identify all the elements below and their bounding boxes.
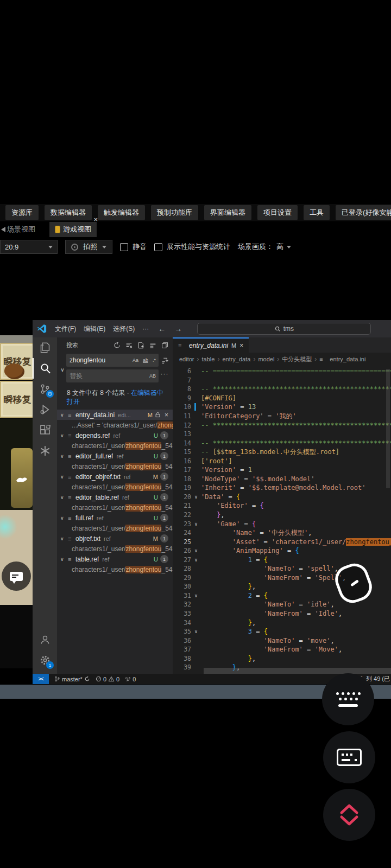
search-match-row[interactable]: characters1/_user/zhongfentou_548... [57, 523, 173, 533]
horizontal-scrollbar[interactable] [204, 668, 391, 674]
menu-button-0[interactable]: 资源库 [5, 205, 39, 220]
replace-input[interactable] [66, 372, 148, 380]
code-line[interactable]: 23∨ 'Game' = { [173, 519, 391, 528]
back-arrow-icon[interactable]: ← [155, 324, 169, 333]
breadcrumb-item[interactable]: model [258, 356, 274, 362]
tab-entry-data-ini[interactable]: ≡ entry_data.ini M × [173, 337, 249, 353]
expand-collapse-button[interactable] [323, 789, 375, 841]
breadcrumb-item[interactable]: table [202, 356, 215, 362]
code-line[interactable]: 36 'NameTo' = 'move', [173, 636, 391, 645]
code-line[interactable]: 19'Inherit' = '$$.template@model.Model.r… [173, 483, 391, 493]
chevron-down-icon[interactable]: ∨ [60, 412, 68, 418]
code-line[interactable]: 16['root'] [173, 456, 391, 465]
refresh-icon[interactable] [113, 342, 121, 349]
code-line[interactable]: 35∨ 3 = { [173, 627, 391, 636]
replace-input-box[interactable]: AB [66, 369, 159, 382]
regex-icon[interactable]: .* [151, 356, 157, 364]
search-match-row[interactable]: characters1/_user/zhongfentou_548... [57, 461, 173, 471]
breadcrumb-item[interactable]: entry_data.ini [330, 356, 365, 362]
code-line[interactable]: 10'Version' = 13 [173, 403, 391, 412]
code-line[interactable]: 17'Version' = 1 [173, 465, 391, 475]
vscode-menu-1[interactable]: 编辑(E) [80, 323, 109, 334]
code-line[interactable]: 14-- ***********************************… [173, 438, 391, 448]
search-match-row[interactable]: characters1/_user/zhongfentou_548... [57, 482, 173, 492]
clear-results-icon[interactable] [125, 342, 133, 349]
code-line[interactable]: 37 'NameFrom' = 'Move', [173, 645, 391, 654]
search-file-row[interactable]: ∨≡depends.refrefU1 [57, 430, 173, 441]
code-line[interactable]: 6-- ====================================… [173, 367, 391, 376]
chevron-down-icon[interactable]: ∨ [60, 433, 68, 438]
ime-toggle-button[interactable] [322, 673, 374, 725]
fold-chevron-icon[interactable]: ∨ [191, 557, 201, 563]
tab-game-view[interactable]: 游戏视图 × [49, 222, 97, 237]
aspect-ratio-select[interactable]: 20:9 [0, 240, 58, 254]
search-file-row[interactable]: ∨≡editor_objref.txtrefM1 [57, 471, 173, 482]
explorer-icon[interactable] [33, 337, 57, 358]
code-line[interactable]: 13 [173, 430, 391, 439]
stats-checkbox[interactable] [154, 243, 162, 251]
chevron-down-icon[interactable]: ∨ [60, 474, 68, 480]
code-line[interactable]: 9[#CONFIG] [173, 394, 391, 403]
chevron-down-icon[interactable]: ∨ [60, 536, 68, 541]
fold-chevron-icon[interactable]: ∨ [191, 521, 201, 527]
code-line[interactable]: 33 'NameFrom' = 'Idle', [173, 609, 391, 618]
vscode-menu-3[interactable]: ··· [138, 323, 153, 334]
ai-assistant-icon[interactable] [33, 441, 57, 461]
close-icon[interactable]: × [239, 342, 243, 349]
close-icon[interactable]: × [165, 411, 168, 419]
chevron-down-icon[interactable]: ∨ [60, 454, 68, 459]
fold-chevron-icon[interactable]: ∨ [191, 593, 201, 598]
remote-indicator[interactable]: >< [33, 674, 49, 684]
breadcrumb-item[interactable]: editor [179, 356, 194, 362]
code-line[interactable]: 25 'Asset' = 'characters1/_user/zhongfen… [173, 537, 391, 546]
chevron-down-icon[interactable]: ∨ [60, 515, 68, 521]
collapse-all-icon[interactable] [149, 342, 156, 349]
preserve-case-icon[interactable]: AB [148, 372, 157, 380]
match-case-icon[interactable]: Aa [131, 356, 140, 364]
keyboard-button[interactable] [323, 731, 375, 783]
search-match-row[interactable]: characters1/_user/zhongfentou_548... [57, 544, 173, 554]
search-match-row[interactable]: characters1/_user/zhongfentou_548... [57, 441, 173, 451]
code-line[interactable]: 24 'Name' = '中分头模型', [173, 528, 391, 538]
breadcrumb-item[interactable]: 中分头模型 [282, 355, 312, 363]
search-match-row[interactable]: characters1/_user/zhongfentou_548... [57, 564, 173, 575]
search-file-row[interactable]: ∨≡editor_table.refrefU1 [57, 492, 173, 502]
whole-word-icon[interactable]: ab [141, 356, 150, 364]
more-actions-icon[interactable]: ··· [161, 370, 169, 378]
search-input[interactable] [66, 356, 131, 364]
lock-icon[interactable] [155, 412, 161, 418]
code-line[interactable]: 26∨ 'AnimMapping' = { [173, 546, 391, 556]
tab-scene-view[interactable]: 场景视图 [1, 225, 35, 234]
menu-button-3[interactable]: 预制功能库 [151, 205, 198, 220]
stats-toggle[interactable]: 展示性能与资源统计 [154, 242, 230, 252]
ports-status[interactable]: 0 [125, 676, 136, 682]
code-line[interactable]: 12-- ***********************************… [173, 420, 391, 430]
code-line[interactable]: 21 'Editor' = { [173, 501, 391, 510]
code-line[interactable]: 20∨'Data' = { [173, 493, 391, 502]
code-line[interactable]: 38 }, [173, 654, 391, 663]
command-center[interactable]: tms [197, 323, 371, 335]
branch-status[interactable]: master* [54, 676, 90, 682]
close-icon[interactable]: × [93, 215, 98, 224]
account-icon[interactable] [33, 629, 57, 650]
vscode-menu-2[interactable]: 选择(S) [109, 323, 138, 334]
fold-chevron-icon[interactable]: ∨ [191, 494, 201, 500]
run-debug-icon[interactable] [33, 399, 57, 420]
settings-gear-icon[interactable]: 1 [33, 650, 57, 671]
chevron-down-icon[interactable]: ∨ [60, 495, 68, 500]
search-file-row[interactable]: ∨≡objref.txtrefM1 [57, 533, 173, 544]
photo-button-group[interactable]: 拍照 [65, 240, 112, 254]
code-line[interactable]: 7 [173, 376, 391, 385]
search-file-row[interactable]: ∨≡table.refrefU1 [57, 554, 173, 564]
scene-quality-select[interactable]: 场景画质： 高 [238, 242, 291, 252]
search-match-row[interactable]: characters1/_user/zhongfentou_548... [57, 502, 173, 513]
menu-button-7[interactable]: 已登录(好像安静地写代码-1082 [336, 205, 391, 220]
search-file-row[interactable]: ∨≡full.refrefU1 [57, 513, 173, 523]
code-line[interactable]: 27∨ 1 = { [173, 555, 391, 564]
chat-bubble-button[interactable] [2, 561, 31, 591]
open-new-search-editor-icon[interactable] [137, 342, 144, 349]
search-file-row[interactable]: ∨≡editor_full.refrefU1 [57, 451, 173, 461]
search-match-row[interactable]: ...Asset' = 'characters1/_user/zhongf... [57, 420, 173, 430]
toggle-replace-chevron-icon[interactable]: ∨ [59, 354, 66, 385]
menu-button-6[interactable]: 工具 [304, 205, 330, 220]
